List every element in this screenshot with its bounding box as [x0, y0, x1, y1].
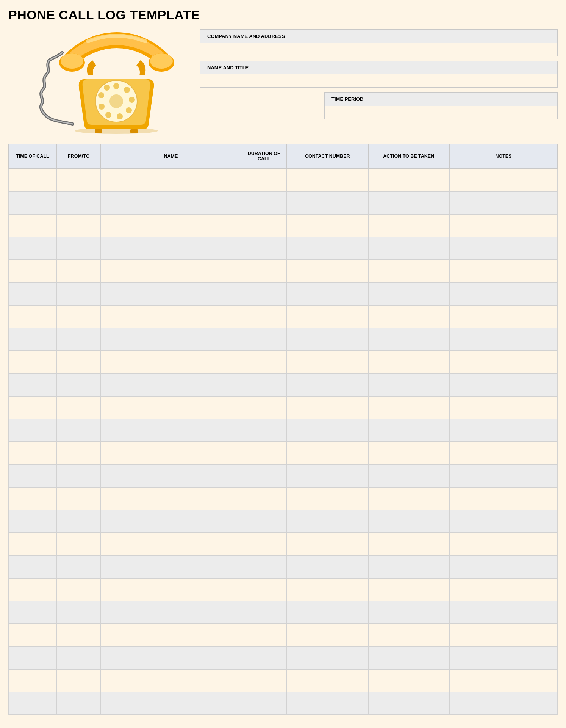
cell-contact[interactable] — [287, 305, 368, 328]
cell-name[interactable] — [101, 191, 241, 214]
cell-fromto[interactable] — [57, 419, 101, 442]
cell-duration[interactable] — [241, 396, 287, 419]
cell-name[interactable] — [101, 419, 241, 442]
cell-action[interactable] — [368, 260, 449, 282]
cell-notes[interactable] — [449, 282, 558, 305]
cell-contact[interactable] — [287, 214, 368, 237]
cell-notes[interactable] — [449, 624, 558, 646]
cell-notes[interactable] — [449, 169, 558, 191]
cell-duration[interactable] — [241, 237, 287, 260]
cell-name[interactable] — [101, 533, 241, 555]
cell-fromto[interactable] — [57, 646, 101, 669]
cell-duration[interactable] — [241, 305, 287, 328]
cell-name[interactable] — [101, 373, 241, 396]
cell-contact[interactable] — [287, 601, 368, 624]
timeperiod-input[interactable] — [325, 106, 557, 119]
cell-name[interactable] — [101, 214, 241, 237]
cell-fromto[interactable] — [57, 351, 101, 373]
cell-duration[interactable] — [241, 692, 287, 715]
cell-contact[interactable] — [287, 578, 368, 601]
cell-duration[interactable] — [241, 260, 287, 282]
cell-contact[interactable] — [287, 464, 368, 487]
cell-fromto[interactable] — [57, 601, 101, 624]
cell-name[interactable] — [101, 555, 241, 578]
cell-contact[interactable] — [287, 351, 368, 373]
nametitle-input[interactable] — [200, 74, 557, 87]
cell-name[interactable] — [101, 260, 241, 282]
cell-duration[interactable] — [241, 578, 287, 601]
cell-time[interactable] — [8, 419, 57, 442]
cell-fromto[interactable] — [57, 578, 101, 601]
cell-duration[interactable] — [241, 214, 287, 237]
cell-contact[interactable] — [287, 533, 368, 555]
cell-fromto[interactable] — [57, 624, 101, 646]
cell-duration[interactable] — [241, 624, 287, 646]
cell-contact[interactable] — [287, 260, 368, 282]
cell-notes[interactable] — [449, 260, 558, 282]
cell-time[interactable] — [8, 373, 57, 396]
cell-fromto[interactable] — [57, 328, 101, 351]
cell-time[interactable] — [8, 282, 57, 305]
cell-name[interactable] — [101, 601, 241, 624]
cell-notes[interactable] — [449, 555, 558, 578]
cell-duration[interactable] — [241, 191, 287, 214]
cell-time[interactable] — [8, 191, 57, 214]
cell-notes[interactable] — [449, 328, 558, 351]
cell-fromto[interactable] — [57, 487, 101, 510]
cell-notes[interactable] — [449, 419, 558, 442]
cell-action[interactable] — [368, 169, 449, 191]
cell-notes[interactable] — [449, 464, 558, 487]
cell-time[interactable] — [8, 669, 57, 692]
cell-notes[interactable] — [449, 191, 558, 214]
cell-fromto[interactable] — [57, 260, 101, 282]
cell-contact[interactable] — [287, 646, 368, 669]
cell-contact[interactable] — [287, 169, 368, 191]
cell-contact[interactable] — [287, 669, 368, 692]
cell-notes[interactable] — [449, 578, 558, 601]
cell-action[interactable] — [368, 214, 449, 237]
cell-duration[interactable] — [241, 555, 287, 578]
cell-contact[interactable] — [287, 442, 368, 464]
cell-contact[interactable] — [287, 328, 368, 351]
cell-time[interactable] — [8, 260, 57, 282]
cell-duration[interactable] — [241, 169, 287, 191]
cell-notes[interactable] — [449, 396, 558, 419]
cell-name[interactable] — [101, 624, 241, 646]
cell-fromto[interactable] — [57, 669, 101, 692]
cell-time[interactable] — [8, 533, 57, 555]
cell-action[interactable] — [368, 601, 449, 624]
cell-fromto[interactable] — [57, 555, 101, 578]
cell-time[interactable] — [8, 464, 57, 487]
cell-name[interactable] — [101, 646, 241, 669]
cell-notes[interactable] — [449, 601, 558, 624]
cell-action[interactable] — [368, 396, 449, 419]
cell-time[interactable] — [8, 646, 57, 669]
cell-duration[interactable] — [241, 669, 287, 692]
cell-contact[interactable] — [287, 692, 368, 715]
cell-contact[interactable] — [287, 373, 368, 396]
cell-duration[interactable] — [241, 282, 287, 305]
cell-time[interactable] — [8, 692, 57, 715]
cell-notes[interactable] — [449, 351, 558, 373]
cell-time[interactable] — [8, 578, 57, 601]
cell-time[interactable] — [8, 442, 57, 464]
cell-fromto[interactable] — [57, 191, 101, 214]
cell-notes[interactable] — [449, 487, 558, 510]
cell-notes[interactable] — [449, 692, 558, 715]
cell-action[interactable] — [368, 510, 449, 533]
cell-fromto[interactable] — [57, 442, 101, 464]
cell-name[interactable] — [101, 692, 241, 715]
cell-fromto[interactable] — [57, 214, 101, 237]
cell-fromto[interactable] — [57, 305, 101, 328]
cell-action[interactable] — [368, 624, 449, 646]
cell-time[interactable] — [8, 328, 57, 351]
cell-name[interactable] — [101, 396, 241, 419]
cell-contact[interactable] — [287, 396, 368, 419]
cell-contact[interactable] — [287, 487, 368, 510]
cell-fromto[interactable] — [57, 282, 101, 305]
cell-duration[interactable] — [241, 646, 287, 669]
cell-contact[interactable] — [287, 555, 368, 578]
cell-fromto[interactable] — [57, 464, 101, 487]
cell-time[interactable] — [8, 169, 57, 191]
cell-fromto[interactable] — [57, 373, 101, 396]
